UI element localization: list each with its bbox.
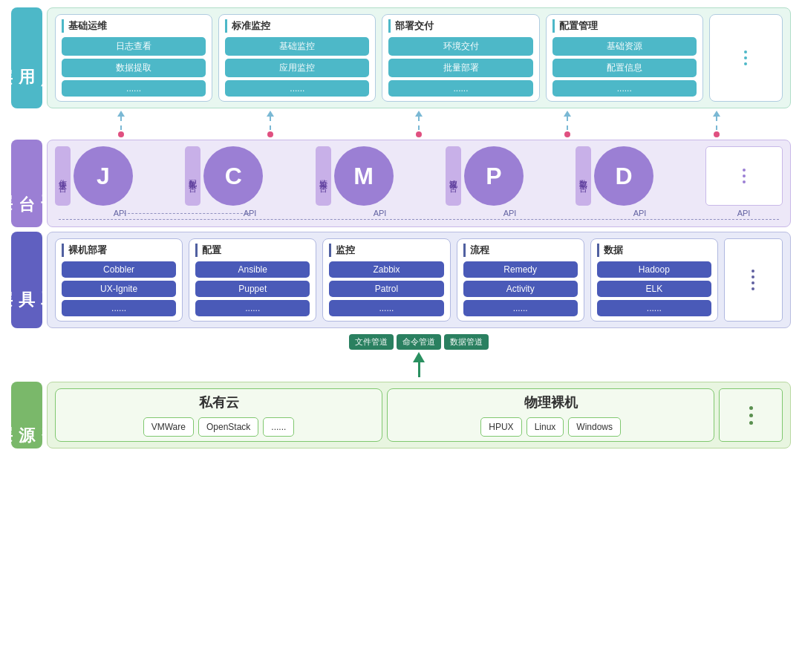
platform-circle-2: M <box>334 146 394 206</box>
dashed-line-1 <box>270 117 271 130</box>
pipeline-label-1: 命令管道 <box>397 334 441 350</box>
resource-layer-content: 私有云 VMWare OpenStack ...... 物理裸机 HPUX Li… <box>47 382 791 448</box>
tool-btn-0-0: Cobbler <box>62 261 176 278</box>
app-dots-vert <box>744 50 747 65</box>
tool-card-2: 监控 Zabbix Patrol ...... <box>322 238 450 322</box>
app-dot-3 <box>744 62 747 65</box>
platform-vert-label-3: 流程平台 <box>446 146 461 206</box>
tdot-1 <box>752 270 754 273</box>
app-card-dots-2: ...... <box>388 80 532 97</box>
pdot-1 <box>743 169 746 172</box>
app-card-dots-3: ...... <box>552 80 697 97</box>
tool-card-title-0: 裸机部署 <box>62 244 176 257</box>
platform-circle-4: D <box>594 146 653 206</box>
rdot-3 <box>749 421 753 425</box>
tool-dots-3: ...... <box>463 300 578 316</box>
tool-btn-4-1: ELK <box>597 281 711 297</box>
app-card-title-2: 部署交付 <box>388 19 532 33</box>
main-container: 应用层 基础运维 日志查看 数据提取 ...... 标准监控 基础监控 应用监控… <box>0 0 802 456</box>
platform-vert-label-4: 数据平台 <box>576 146 591 206</box>
app-to-platform-arrows <box>11 113 791 135</box>
api-dashed-divider <box>59 219 779 221</box>
platform-dots-vert <box>743 169 746 183</box>
tool-dots-4: ...... <box>597 300 711 316</box>
arrow-cell-4 <box>642 111 791 137</box>
resource-layer-label: 资源层 <box>11 382 42 448</box>
tool-card-title-3: 流程 <box>463 244 578 257</box>
tool-card-title-4: 数据 <box>597 244 711 257</box>
app-card-btn-2-0: 环境交付 <box>388 37 532 56</box>
arrow-cell-2 <box>345 111 493 137</box>
app-card-title-3: 配置管理 <box>552 19 697 33</box>
resource-dots-vert <box>749 406 753 425</box>
tool-btn-0-1: UX-Ignite <box>62 281 176 297</box>
platform-vert-label-1: 配置平台 <box>185 146 200 206</box>
tools-dots-vert <box>752 270 754 290</box>
pdot-2 <box>743 174 746 177</box>
app-dot-2 <box>744 56 747 59</box>
dot-circle-2 <box>416 131 422 137</box>
tool-btn-3-0: Remedy <box>463 261 578 278</box>
app-card-2: 部署交付 环境交付 批量部署 ...... <box>382 14 539 102</box>
resource-physical-btns: HPUX Linux Windows <box>395 417 706 437</box>
platform-layer-label: 平台层 <box>11 140 42 227</box>
platform-item-2: 监控平台 M <box>316 146 441 206</box>
tool-dots-2: ...... <box>329 300 443 316</box>
app-card-btn-0-1: 数据提取 <box>62 59 206 77</box>
platform-layer-row: 平台层 作业平台 J 配置平台 C 监控平台 M 流程平台 P <box>11 140 791 227</box>
app-card-title-1: 标准监控 <box>225 19 369 33</box>
resource-btn-hpux: HPUX <box>480 417 521 437</box>
pipeline-label-2: 数据管道 <box>444 334 489 350</box>
app-cards-row: 基础运维 日志查看 数据提取 ...... 标准监控 基础监控 应用监控 ...… <box>55 14 783 102</box>
tool-card-title-1: 配置 <box>195 244 310 257</box>
platform-cards-row: 作业平台 J 配置平台 C 监控平台 M 流程平台 P 数据平台 D <box>55 146 783 206</box>
tools-to-resource-arrow-area: 文件管道 命令管道 数据管道 <box>11 333 791 377</box>
pipeline-label-0: 文件管道 <box>349 334 394 350</box>
tool-btn-1-0: Ansible <box>195 261 310 278</box>
tools-cards-row: 裸机部署 Cobbler UX-Ignite ...... 配置 Ansible… <box>55 238 783 322</box>
dashed-arrow-0 <box>117 111 125 137</box>
dot-circle-3 <box>564 131 570 137</box>
resource-btn-windows: Windows <box>568 417 621 437</box>
tool-card-0: 裸机部署 Cobbler UX-Ignite ...... <box>55 238 183 322</box>
app-dot-1 <box>744 50 747 53</box>
resource-btn-private-dots: ...... <box>263 417 294 437</box>
platform-vert-label-2: 监控平台 <box>316 146 331 206</box>
tdot-3 <box>752 281 754 284</box>
app-card-3: 配置管理 基础资源 配置信息 ...... <box>546 14 703 102</box>
resource-btn-linux: Linux <box>526 417 564 437</box>
dashed-line-0 <box>120 117 122 130</box>
resource-section-private-title: 私有云 <box>63 394 374 411</box>
tool-btn-3-1: Activity <box>463 281 578 297</box>
app-card-dots-1: ...... <box>225 80 369 97</box>
app-last <box>709 14 783 102</box>
dashed-line-4 <box>716 117 717 130</box>
platform-item-4: 数据平台 D <box>576 146 701 206</box>
platform-item-1: 配置平台 C <box>185 146 310 206</box>
dot-circle-1 <box>267 131 273 137</box>
dot-circle-0 <box>118 131 124 137</box>
pipeline-labels-row: 文件管道 命令管道 数据管道 <box>349 334 489 350</box>
pdot-3 <box>743 180 746 183</box>
big-arrow-shaft <box>418 362 420 377</box>
tool-btn-1-1: Puppet <box>195 281 310 297</box>
app-layer-label: 应用层 <box>11 7 42 108</box>
app-card-btn-3-0: 基础资源 <box>552 37 697 56</box>
tool-btn-4-0: Hadoop <box>597 261 711 278</box>
tool-card-title-2: 监控 <box>329 244 443 257</box>
app-layer-row: 应用层 基础运维 日志查看 数据提取 ...... 标准监控 基础监控 应用监控… <box>11 7 791 108</box>
platform-last <box>705 146 783 206</box>
tool-btn-2-0: Zabbix <box>329 261 443 278</box>
resource-layer-row: 资源层 私有云 VMWare OpenStack ...... 物理裸机 HPU… <box>11 382 791 448</box>
dashed-line-2 <box>418 117 420 130</box>
arrow-head-3 <box>564 111 571 117</box>
platform-item-0: 作业平台 J <box>55 146 180 206</box>
resource-btn-openstack: OpenStack <box>198 417 258 437</box>
dashed-arrow-4 <box>713 111 720 137</box>
platform-item-3: 流程平台 P <box>446 146 571 206</box>
tools-layer-row: 工具层 裸机部署 Cobbler UX-Ignite ...... 配置 Ans… <box>11 232 791 328</box>
platform-circle-1: C <box>203 146 263 206</box>
api-label-5: API <box>705 209 783 218</box>
app-card-0: 基础运维 日志查看 数据提取 ...... <box>55 14 212 102</box>
big-arrow-head <box>413 352 425 362</box>
